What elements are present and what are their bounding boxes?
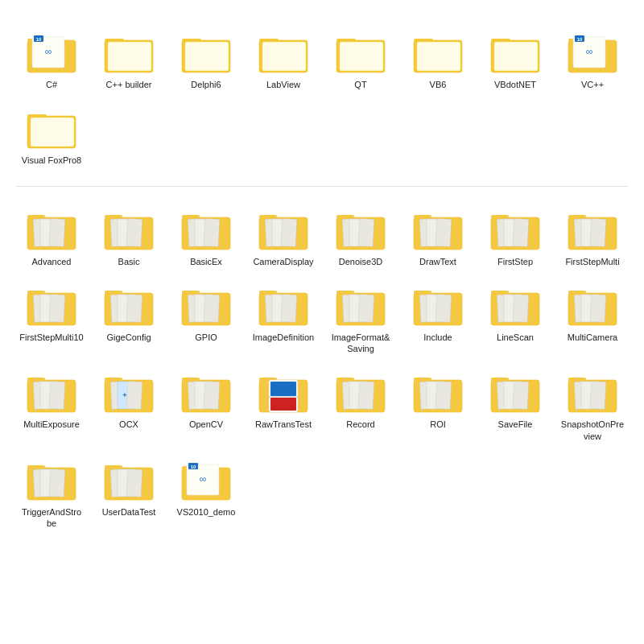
- folder-item-qt[interactable]: QT: [325, 23, 396, 95]
- folder-item-multiexposure[interactable]: MultiExposure: [16, 362, 87, 447]
- folder-label: OCX: [119, 419, 138, 430]
- folder-label: GPIO: [195, 332, 217, 343]
- folder-item-c-[interactable]: 10 ∞ C#: [16, 23, 87, 95]
- svg-text:+: +: [122, 391, 126, 399]
- folder-label: VB6: [430, 79, 447, 90]
- folder-icon: [24, 367, 79, 415]
- folder-label: ROI: [430, 419, 446, 430]
- svg-rect-37: [49, 218, 65, 246]
- folder-item-rawtranstest[interactable]: RawTransTest: [248, 362, 319, 447]
- folder-icon: [488, 27, 543, 76]
- folder-item-include[interactable]: Include: [402, 275, 473, 360]
- svg-rect-112: [590, 294, 606, 322]
- folder-icon: [411, 280, 465, 328]
- folder-item-vs2010-demo[interactable]: 10 ∞ VS2010_demo: [171, 450, 242, 535]
- folder-icon: 10 ∞: [179, 455, 233, 503]
- folder-icon: [488, 367, 543, 415]
- folder-label: FirstStep: [497, 256, 533, 267]
- folder-icon: [24, 204, 79, 253]
- folder-label: VS2010_demo: [177, 506, 236, 518]
- folder-label: Visual FoxPro8: [22, 155, 81, 166]
- svg-text:10: 10: [191, 464, 196, 469]
- svg-rect-159: [49, 469, 65, 497]
- folder-label: VC++: [581, 79, 604, 90]
- folder-label: ImageFormat&Saving: [328, 332, 393, 355]
- folder-label: FirstStepMulti: [565, 256, 619, 267]
- svg-rect-107: [513, 294, 529, 322]
- folder-label: LabView: [266, 79, 300, 90]
- folder-item-multicamera[interactable]: MultiCamera: [557, 275, 628, 360]
- folder-item-gpio[interactable]: GPIO: [171, 275, 242, 360]
- svg-rect-144: [436, 382, 452, 410]
- folder-item-vbdotnet[interactable]: VBdotNET: [480, 23, 551, 95]
- folder-icon: [411, 27, 465, 76]
- svg-rect-62: [436, 218, 452, 246]
- folder-item-c---builder[interactable]: C++ builder: [93, 23, 164, 95]
- folder-icon: [101, 280, 156, 328]
- folder-label: LineScan: [497, 332, 534, 343]
- folder-icon: [333, 27, 388, 76]
- folder-item-visual-foxpro8[interactable]: Visual FoxPro8: [16, 98, 87, 171]
- folder-item-denoise3d[interactable]: Denoise3D: [325, 200, 396, 272]
- svg-rect-139: [358, 382, 374, 410]
- folder-item-userdatatest[interactable]: UserDataTest: [93, 450, 164, 535]
- folder-item-record[interactable]: Record: [325, 362, 396, 447]
- folder-item-imagedefinition[interactable]: ImageDefinition: [248, 275, 319, 360]
- svg-rect-32: [31, 118, 74, 147]
- svg-rect-87: [204, 294, 220, 322]
- folder-item-opencv[interactable]: OpenCV: [171, 362, 242, 447]
- svg-rect-47: [204, 218, 220, 246]
- folder-label: Denoise3D: [339, 256, 382, 267]
- folder-icon: [101, 204, 156, 253]
- svg-rect-17: [340, 42, 383, 71]
- svg-rect-133: [270, 398, 296, 411]
- folder-item-vb6[interactable]: VB6: [402, 23, 473, 95]
- folder-icon: [333, 204, 388, 253]
- folder-item-labview[interactable]: LabView: [248, 23, 319, 95]
- folder-item-drawtext[interactable]: DrawText: [402, 200, 473, 272]
- folder-item-ocx[interactable]: + OCX: [93, 362, 164, 447]
- svg-text:∞: ∞: [586, 46, 593, 57]
- folder-label: QT: [354, 79, 366, 90]
- folder-label: FirstStepMulti10: [19, 332, 83, 343]
- folder-item-advanced[interactable]: Advanced: [16, 200, 87, 272]
- folder-item-linescan[interactable]: LineScan: [480, 275, 551, 360]
- svg-rect-8: [108, 42, 151, 71]
- folder-icon: [101, 27, 156, 76]
- folder-icon: [565, 367, 620, 415]
- folder-icon: [565, 204, 620, 253]
- folder-label: OpenCV: [189, 419, 223, 430]
- folder-label: Record: [346, 419, 374, 430]
- folder-label: VBdotNET: [494, 79, 536, 90]
- folder-item-gigeconfig[interactable]: GigeConfig: [93, 275, 164, 360]
- folder-item-roi[interactable]: ROI: [402, 362, 473, 447]
- svg-rect-77: [49, 294, 65, 322]
- folder-label: MultiCamera: [568, 332, 617, 343]
- folder-item-firststepmulti[interactable]: FirstStepMulti: [557, 200, 628, 272]
- folder-icon: [333, 367, 388, 415]
- folder-item-triggerandstrobe[interactable]: TriggerAndStrobe: [16, 450, 87, 535]
- folder-item-imageformat-saving[interactable]: ImageFormat&Saving: [325, 275, 396, 360]
- folder-label: DrawText: [419, 256, 456, 267]
- folder-label: BasicEx: [190, 256, 222, 267]
- folder-item-savefile[interactable]: SaveFile: [480, 362, 551, 447]
- folder-item-snapshotonpreview[interactable]: SnapshotOnPreview: [557, 362, 628, 447]
- svg-rect-52: [281, 218, 297, 246]
- folder-icon: [179, 367, 233, 415]
- folder-label: C++ builder: [106, 79, 152, 90]
- folder-icon: [488, 204, 543, 253]
- folder-icon: [179, 204, 233, 253]
- folder-item-delphi6[interactable]: Delphi6: [171, 23, 242, 95]
- svg-rect-128: [204, 382, 220, 410]
- folder-item-basic[interactable]: Basic: [93, 200, 164, 272]
- folder-item-vc--[interactable]: 10 ∞ VC++: [557, 23, 628, 95]
- folder-icon: [24, 455, 79, 503]
- folder-item-cameradisplay[interactable]: CameraDisplay: [248, 200, 319, 272]
- folder-item-firststep[interactable]: FirstStep: [480, 200, 551, 272]
- svg-rect-42: [126, 218, 142, 246]
- folder-item-basicex[interactable]: BasicEx: [171, 200, 242, 272]
- svg-rect-67: [513, 218, 529, 246]
- svg-rect-117: [49, 382, 65, 410]
- folder-icon: 10 ∞: [24, 27, 79, 76]
- folder-item-firststepmulti10[interactable]: FirstStepMulti10: [16, 275, 87, 360]
